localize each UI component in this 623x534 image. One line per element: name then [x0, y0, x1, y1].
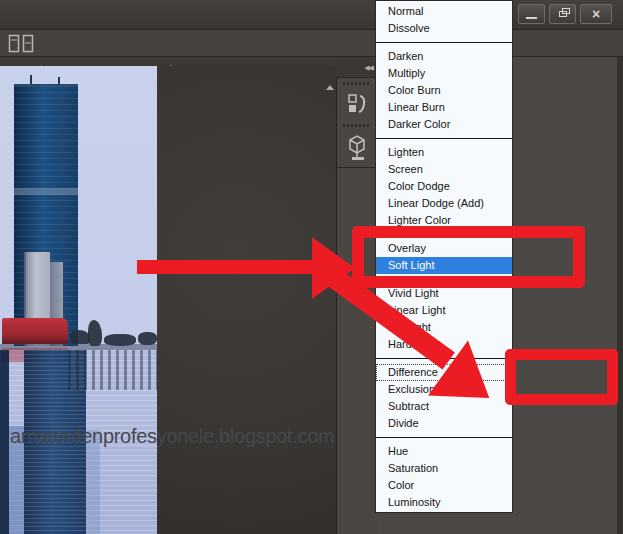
menu-item[interactable]: Dissolve	[376, 20, 512, 37]
close-icon: ×	[592, 6, 600, 22]
menu-item[interactable]: Color Dodge	[376, 178, 512, 195]
minimize-button[interactable]	[518, 4, 545, 24]
minimize-icon	[526, 17, 537, 19]
scroll-up-icon[interactable]	[326, 85, 334, 90]
menu-item[interactable]: Luminosity	[376, 494, 512, 511]
document-image	[0, 66, 157, 534]
menu-item[interactable]: Darker Color	[376, 116, 512, 133]
menu-item[interactable]: Linear Dodge (Add)	[376, 195, 512, 212]
statue-silhouette	[88, 320, 102, 346]
panel-gripper[interactable]	[343, 124, 371, 127]
watermark-text: amatordenprofesyonele.blogspot.com	[10, 425, 334, 448]
photoshop-window: × 3D Mode:	[0, 0, 623, 534]
menu-item[interactable]: Color	[376, 477, 512, 494]
menu-item[interactable]: Hue	[376, 443, 512, 460]
annotation-rect-opacity	[505, 349, 618, 405]
menu-separator	[376, 37, 512, 48]
annotation-rect-blend-modes	[352, 226, 585, 288]
window-right-edge	[617, 57, 623, 534]
3d-panel-button[interactable]	[340, 128, 374, 162]
close-button[interactable]: ×	[580, 4, 612, 24]
history-panel-icon	[340, 87, 374, 121]
options-bar: 3D Mode:	[0, 30, 623, 57]
menu-item[interactable]: Screen	[376, 161, 512, 178]
menu-separator	[376, 133, 512, 144]
menu-item[interactable]: Linear Burn	[376, 99, 512, 116]
menu-item[interactable]: Multiply	[376, 65, 512, 82]
title-bar: ×	[0, 0, 623, 30]
expand-dock-icon: ◀◀	[364, 64, 373, 71]
menu-item[interactable]: Color Burn	[376, 82, 512, 99]
restore-button[interactable]	[549, 4, 576, 24]
panel-layout-icon[interactable]	[8, 34, 34, 53]
menu-item[interactable]: Normal	[376, 3, 512, 20]
annotation-arrow-horizontal	[137, 260, 315, 274]
menu-item[interactable]: Saturation	[376, 460, 512, 477]
tree-silhouette	[70, 330, 90, 344]
3d-panel-icon	[340, 128, 374, 164]
menu-item[interactable]: Lighten	[376, 144, 512, 161]
history-panel-button[interactable]	[340, 87, 374, 121]
menu-item[interactable]: Darken	[376, 48, 512, 65]
canvas-pasteboard	[157, 66, 336, 534]
red-building	[2, 318, 68, 344]
panel-gripper[interactable]	[343, 82, 371, 85]
expand-dock-button[interactable]: ◀◀	[336, 57, 378, 78]
menu-item[interactable]: Divide	[376, 415, 512, 432]
menu-separator	[376, 432, 512, 443]
